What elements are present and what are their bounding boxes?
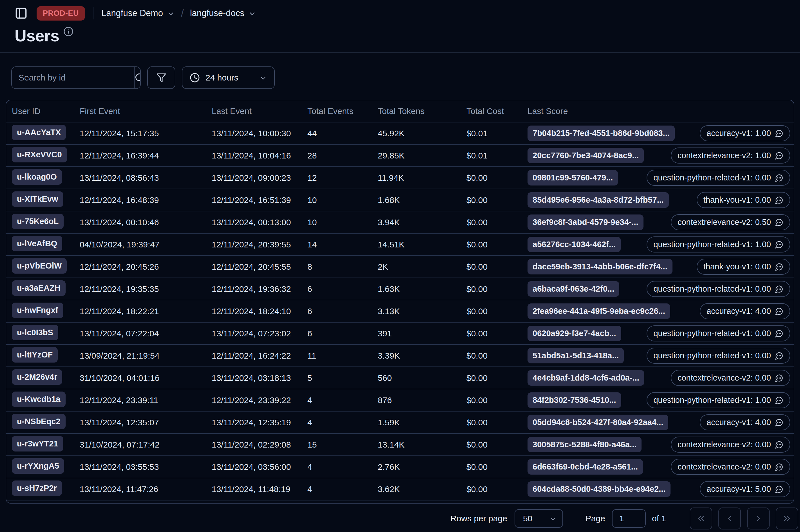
last-score-badge[interactable]: contextrelevance-v2: 0.00 (671, 459, 790, 475)
table-row[interactable]: u-NSbEqc2 13/11/2024, 12:35:07 13/11/202… (6, 411, 794, 433)
score-trace-id-chip[interactable]: 604cda88-50d0-4389-bb4e-e94e2... (528, 481, 670, 497)
last-score-badge[interactable]: accuracy-v1: 4.00 (700, 414, 790, 431)
first-event-cell: 13/11/2024, 03:55:53 (80, 462, 212, 472)
table-row[interactable]: u-a3aEAZH 12/11/2024, 19:35:35 12/11/202… (6, 278, 794, 300)
last-score-badge[interactable]: question-python-related-v1: 1.00 (647, 392, 790, 408)
score-trace-id-chip[interactable]: 6d663f69-0cbd-4e28-a561... (528, 459, 643, 475)
total-cost-cell: $0.00 (466, 262, 528, 272)
last-score-badge[interactable]: thank-you-v1: 0.00 (697, 259, 790, 275)
user-id-chip[interactable]: u-NSbEqc2 (12, 414, 65, 429)
table-row[interactable]: u-r3wYT21 31/10/2024, 07:17:42 13/11/202… (6, 433, 794, 455)
first-event-cell: 31/10/2024, 04:01:16 (80, 373, 212, 383)
user-id-chip[interactable]: u-2M26v4r (12, 369, 62, 385)
score-trace-id-chip[interactable]: 84f2b302-7536-4510... (528, 393, 621, 408)
last-score-badge[interactable]: contextrelevance-v2: 1.00 (671, 148, 790, 164)
total-cost-cell: $0.00 (466, 462, 528, 472)
user-id-chip[interactable]: u-75Ke6oL (12, 214, 64, 229)
table-row[interactable]: u-ltIYzOF 13/09/2024, 21:19:54 12/11/202… (6, 344, 794, 366)
last-score-badge[interactable]: contextrelevance-v2: 0.00 (671, 437, 790, 453)
org-switcher[interactable]: Langfuse Demo (101, 8, 175, 18)
user-id-chip[interactable]: u-Kwcdb1a (12, 392, 65, 407)
last-score-badge[interactable]: question-python-related-v1: 0.00 (647, 348, 790, 364)
score-trace-id-chip[interactable]: 09801c99-5760-479... (528, 170, 618, 186)
time-range-selector[interactable]: 24 hours (182, 66, 275, 89)
total-tokens-cell: 391 (378, 329, 466, 338)
search-submit[interactable] (134, 67, 141, 89)
table-row[interactable]: u-lkoag0O 13/11/2024, 08:56:43 13/11/202… (6, 166, 794, 189)
user-id-chip[interactable]: u-a3aEAZH (12, 280, 65, 296)
last-page-button[interactable] (776, 508, 798, 530)
sidebar-toggle-button[interactable] (15, 7, 27, 20)
info-icon[interactable] (63, 26, 74, 37)
filter-icon (156, 73, 166, 83)
last-score-badge[interactable]: accuracy-v1: 4.00 (700, 303, 790, 319)
user-id-chip[interactable]: u-sH7zP2r (12, 480, 62, 496)
last-score-badge[interactable]: contextrelevance-v2: 0.50 (671, 214, 790, 230)
score-trace-id-chip[interactable]: 2fea96ee-441a-49f5-9eba-ec9c26... (528, 303, 670, 319)
total-events-cell: 8 (307, 262, 378, 272)
score-trace-id-chip[interactable]: 7b04b215-7fed-4551-b86d-9bd083... (528, 126, 675, 141)
last-score-badge[interactable]: accuracy-v1: 5.00 (700, 481, 790, 497)
table-row[interactable]: u-RXeVVC0 12/11/2024, 16:39:44 13/11/202… (6, 144, 794, 166)
last-score-badge[interactable]: question-python-related-v1: 0.00 (647, 325, 790, 341)
user-id-chip[interactable]: u-rYXngA5 (12, 458, 64, 474)
rows-per-page-select[interactable]: 50 (515, 509, 563, 528)
total-tokens-cell: 29.85K (378, 151, 466, 160)
last-score-badge[interactable]: question-python-related-v1: 0.00 (647, 170, 790, 186)
chevron-right-icon (754, 514, 763, 523)
last-score-badge[interactable]: accuracy-v1: 1.00 (700, 125, 790, 141)
table-row[interactable]: u-pVbEOlW 12/11/2024, 20:45:26 12/11/202… (6, 255, 794, 278)
chevron-down-icon (260, 75, 267, 82)
score-trace-id-chip[interactable]: dace59eb-3913-4abb-b06e-dfc7f4... (528, 259, 672, 274)
table-row[interactable]: u-75Ke6oL 13/11/2024, 00:10:46 13/11/202… (6, 211, 794, 233)
last-event-cell: 12/11/2024, 20:45:55 (212, 262, 307, 272)
table-row[interactable]: u-lVeAfBQ 04/10/2024, 19:39:47 12/11/202… (6, 233, 794, 255)
user-id-chip[interactable]: u-RXeVVC0 (12, 147, 67, 163)
score-trace-id-chip[interactable]: a56276cc-1034-462f... (528, 237, 621, 252)
score-trace-id-chip[interactable]: 3005875c-5288-4f80-a46a... (528, 437, 642, 452)
comment-icon (775, 196, 783, 204)
total-tokens-cell: 11.94K (378, 173, 466, 183)
total-cost-cell: $0.00 (466, 195, 528, 205)
user-id-chip[interactable]: u-lkoag0O (12, 169, 62, 185)
table-row[interactable]: u-2M26v4r 31/10/2024, 04:01:16 13/11/202… (6, 366, 794, 389)
last-score-badge[interactable]: contextrelevance-v2: 0.00 (671, 370, 790, 386)
score-trace-id-chip[interactable]: 36ef9c8f-3abd-4579-9e34-... (528, 214, 644, 230)
score-trace-id-chip[interactable]: 85d495e6-956e-4a3a-8d72-bfb57... (528, 192, 669, 208)
filter-button[interactable] (147, 66, 175, 89)
total-tokens-cell: 1.63K (378, 284, 466, 294)
chevrons-right-icon (782, 514, 792, 523)
last-score-badge[interactable]: thank-you-v1: 0.00 (697, 192, 790, 208)
score-trace-id-chip[interactable]: 20cc7760-7be3-4074-8ac9... (528, 148, 644, 163)
table-row[interactable]: u-sH7zP2r 13/11/2024, 11:47:26 13/11/202… (6, 478, 794, 500)
search-input[interactable] (12, 67, 134, 89)
score-trace-id-chip[interactable]: a6baca9f-063e-42f0... (528, 281, 619, 297)
last-score-badge[interactable]: question-python-related-v1: 0.00 (647, 281, 790, 297)
score-trace-id-chip[interactable]: 05dd94c8-b524-427f-80a4-92aa4... (528, 415, 668, 430)
comment-icon (775, 485, 783, 493)
user-id-chip[interactable]: u-AAcYaTX (12, 125, 66, 140)
next-page-button[interactable] (747, 508, 769, 530)
score-trace-id-chip[interactable]: 51abd5a1-5d13-418a... (528, 348, 624, 363)
user-id-chip[interactable]: u-ltIYzOF (12, 347, 58, 363)
first-page-button[interactable] (690, 508, 712, 530)
table-row[interactable]: u-hwFngxf 12/11/2024, 18:22:21 12/11/202… (6, 300, 794, 322)
score-trace-id-chip[interactable]: 0620a929-f3e7-4acb... (528, 326, 621, 341)
previous-page-button[interactable] (718, 508, 741, 530)
user-id-chip[interactable]: u-lVeAfBQ (12, 236, 62, 251)
table-row[interactable]: u-rYXngA5 13/11/2024, 03:55:53 13/11/202… (6, 455, 794, 478)
last-score-badge[interactable]: question-python-related-v1: 1.00 (647, 236, 790, 252)
score-trace-id-chip[interactable]: 4e4cb9af-1dd8-4cf6-ad0a-... (528, 370, 644, 386)
table-row[interactable]: u-lc0I3bS 13/11/2024, 07:22:04 13/11/202… (6, 322, 794, 344)
table-row[interactable]: u-AAcYaTX 12/11/2024, 15:17:35 13/11/202… (6, 122, 794, 144)
page-number-input[interactable] (612, 509, 646, 528)
table-row[interactable]: u-Kwcdb1a 12/11/2024, 23:39:11 12/11/202… (6, 389, 794, 411)
user-id-chip[interactable]: u-r3wYT21 (12, 436, 63, 452)
project-switcher[interactable]: langfuse-docs (190, 8, 256, 18)
user-id-chip[interactable]: u-hwFngxf (12, 303, 63, 318)
table-row[interactable]: u-XlTkEvw 12/11/2024, 16:48:39 12/11/202… (6, 189, 794, 211)
user-id-chip[interactable]: u-XlTkEvw (12, 191, 63, 207)
total-events-cell: 11 (307, 351, 378, 361)
user-id-chip[interactable]: u-pVbEOlW (12, 258, 67, 273)
user-id-chip[interactable]: u-lc0I3bS (12, 325, 58, 340)
